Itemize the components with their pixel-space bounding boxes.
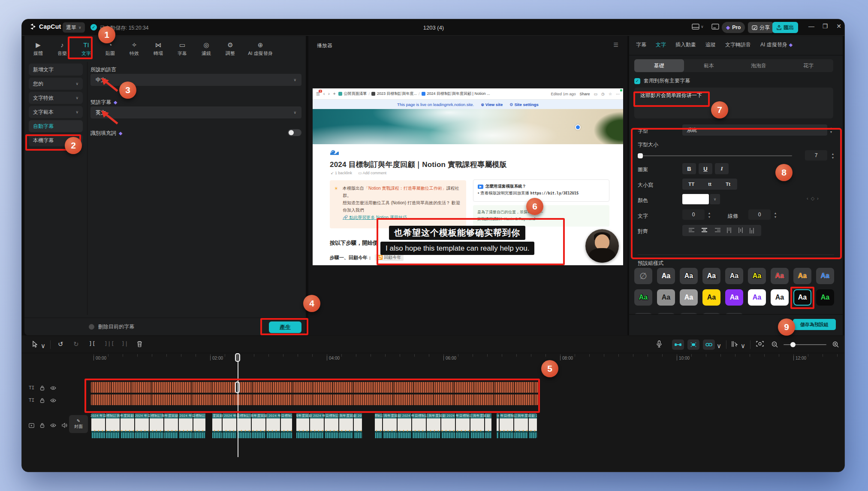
inspector-tab[interactable]: 插入動畫: [675, 41, 696, 48]
toolbar-tab-adjust[interactable]: ⚙調整: [220, 39, 241, 59]
inspector-tab[interactable]: 文字轉語音: [725, 41, 751, 48]
preset-style[interactable]: Aa: [702, 268, 720, 284]
fit-timeline-icon[interactable]: [756, 341, 764, 347]
sidebar-item-add-text[interactable]: 新增文字: [29, 64, 83, 76]
line-spacing-stepper[interactable]: ▲▼: [772, 209, 779, 221]
delete-current-checkbox[interactable]: [89, 324, 94, 330]
toolbar-tab-captions[interactable]: ▭字幕: [172, 39, 193, 59]
caption-text-input[interactable]: 这部影片会简单跟你讲一下: [634, 88, 833, 118]
export-button[interactable]: 匯出: [772, 22, 798, 33]
sidebar-item-local-captions[interactable]: 本機字幕: [29, 134, 83, 146]
select-tool-icon[interactable]: [32, 341, 38, 348]
preset-style[interactable]: Aa: [657, 289, 675, 306]
caption-track-2[interactable]: [90, 394, 538, 405]
panel-toggle-icon[interactable]: [711, 24, 719, 30]
toolbar-tab-ai-avatar[interactable]: ⊕AI 虛擬替身: [244, 39, 277, 59]
subtab[interactable]: 泡泡音: [734, 59, 784, 72]
caption-track-1[interactable]: [90, 382, 538, 393]
share-button[interactable]: 分享: [748, 22, 774, 33]
timeline-zoom-knob[interactable]: [790, 342, 796, 347]
redo-icon[interactable]: ↻: [73, 340, 79, 348]
preview-axis-dropdown[interactable]: ∨: [741, 342, 745, 350]
font-size-value[interactable]: 7: [805, 150, 827, 161]
color-dropdown[interactable]: ∨: [710, 194, 720, 204]
align-middle-icon[interactable]: [738, 227, 744, 233]
delete-icon[interactable]: [137, 341, 142, 347]
sidebar-item-text-effects[interactable]: 文字特效∨: [29, 92, 83, 104]
preset-style[interactable]: Aa: [634, 289, 652, 306]
preset-style[interactable]: Aa: [657, 268, 675, 284]
sidebar-item-auto-captions[interactable]: 自動字幕: [29, 120, 83, 132]
align-bottom-icon[interactable]: [750, 227, 755, 233]
subtab[interactable]: 基礎: [634, 59, 684, 72]
toolbar-tab-media[interactable]: ▶媒體: [28, 39, 48, 59]
subtitle-chinese[interactable]: 也希望这个模板能够确实帮到你: [389, 226, 525, 240]
align-top-icon[interactable]: [727, 227, 732, 233]
titlecase-button[interactable]: Tt: [719, 179, 737, 190]
video-preview[interactable]: ☰3 ‹ › + 公開頁面清單/ 2023 目標制訂與年度.../ 2024 目…: [313, 88, 623, 265]
preset-style[interactable]: Aa: [702, 289, 720, 306]
preset-style[interactable]: Aa: [793, 268, 811, 284]
apply-all-row[interactable]: ✓ 套用到所有主要字幕: [634, 77, 690, 85]
linked-mode-icon[interactable]: [703, 339, 715, 350]
font-size-slider[interactable]: [639, 155, 792, 156]
visibility-icon[interactable]: [50, 386, 56, 390]
inspector-tab[interactable]: 追蹤: [705, 41, 716, 48]
inspector-tab[interactable]: 字幕: [636, 41, 646, 48]
font-size-slider-knob[interactable]: [638, 153, 643, 158]
generate-button[interactable]: 產生: [269, 321, 301, 333]
font-select[interactable]: 系統: [682, 124, 827, 136]
subtitle-english[interactable]: I also hope this template can really hel…: [380, 242, 534, 255]
timeline-ruler[interactable]: 00:0002:0004:0006:0008:0010:0012:00: [86, 354, 845, 363]
sidebar-item-text-templates[interactable]: 文字範本∨: [29, 106, 83, 118]
toolbar-tab-sticker[interactable]: ◔貼圖: [100, 39, 121, 59]
toolbar-tab-audio[interactable]: ♪音樂: [52, 39, 72, 59]
cover-button[interactable]: ✎ 封面: [69, 415, 88, 433]
link-dropdown[interactable]: ∨: [717, 342, 721, 350]
inspector-tab[interactable]: AI 虛擬替身◆: [760, 41, 793, 48]
record-voiceover-icon[interactable]: [657, 340, 662, 348]
split-left-icon[interactable]: ]|[: [104, 340, 114, 347]
playhead-line[interactable]: [238, 361, 238, 457]
preset-none[interactable]: ∅: [634, 268, 652, 284]
preset-style[interactable]: Aa: [725, 268, 743, 284]
preset-style[interactable]: Aa: [816, 289, 834, 306]
text-spacing-stepper[interactable]: ▲▼: [705, 209, 713, 221]
keyframe-controls[interactable]: ‹◇›: [807, 196, 821, 201]
subtab[interactable]: 花字: [784, 59, 833, 72]
color-swatch[interactable]: [682, 194, 709, 204]
text-spacing-value[interactable]: 0: [682, 209, 705, 220]
split-icon[interactable]: ][: [89, 340, 96, 347]
playhead-handle[interactable]: [235, 353, 240, 362]
lock-icon[interactable]: [40, 385, 45, 391]
split-right-icon[interactable]: ]|: [121, 340, 128, 347]
preset-style[interactable]: Aa: [771, 268, 789, 284]
mute-icon[interactable]: [62, 423, 67, 428]
smart-link-icon[interactable]: [687, 339, 699, 350]
preset-style[interactable]: Aa: [748, 289, 766, 306]
toolbar-tab-filters[interactable]: ◎濾鏡: [196, 39, 217, 59]
spoken-language-select[interactable]: 中文 ∨: [90, 74, 301, 86]
align-center-icon[interactable]: [701, 228, 708, 233]
align-right-icon[interactable]: [714, 228, 720, 233]
bilingual-language-select[interactable]: 英文 ∨: [90, 106, 301, 118]
save-preset-button[interactable]: 儲存為預設組: [793, 319, 836, 330]
layout-icon[interactable]: ∨: [692, 24, 704, 30]
preset-style[interactable]: Aa: [816, 268, 834, 284]
preview-axis-icon[interactable]: [731, 341, 738, 347]
preset-style[interactable]: Aa: [680, 268, 698, 284]
inspector-tab[interactable]: 文字: [656, 41, 666, 48]
video-track[interactable]: 2024 年目標制訂與年度回顧 2024 年目標制訂與年度回顧 2024 年目標…: [90, 413, 537, 438]
sidebar-item-yours[interactable]: 您的∨: [29, 78, 83, 90]
line-spacing-value[interactable]: 0: [748, 209, 771, 220]
preset-style[interactable]: Aa: [771, 289, 789, 306]
preset-style[interactable]: Aa: [680, 289, 698, 306]
select-tool-dropdown[interactable]: ∨: [41, 342, 45, 350]
visibility-icon[interactable]: [50, 423, 56, 427]
restore-button[interactable]: ❐: [820, 23, 830, 30]
player-menu-icon[interactable]: ☰: [613, 42, 619, 48]
preset-style[interactable]: Aa: [725, 289, 743, 306]
zoom-out-icon[interactable]: [772, 341, 778, 348]
underline-button[interactable]: U: [699, 163, 712, 174]
subtab[interactable]: 範本: [684, 59, 734, 72]
